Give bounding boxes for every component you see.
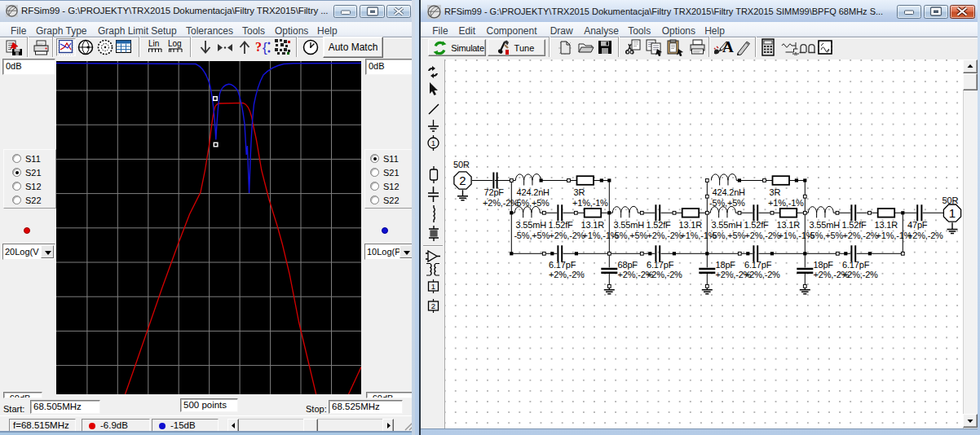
- svg-text:13.1R: 13.1R: [777, 220, 801, 230]
- svg-text:A: A: [722, 39, 734, 55]
- svg-text:3.55mH: 3.55mH: [614, 220, 645, 230]
- svg-text:-5%,+5%: -5%,+5%: [709, 198, 745, 208]
- svg-text:50R: 50R: [453, 160, 470, 169]
- svg-text:Lin: Lin: [148, 39, 159, 48]
- svg-text:-5%,+5%: -5%,+5%: [709, 231, 745, 240]
- svg-text:1.52fF: 1.52fF: [744, 220, 770, 230]
- svg-text:+2%,-2%: +2%,-2%: [549, 270, 585, 279]
- svg-text:1: 1: [949, 206, 956, 220]
- svg-text:3.55mH: 3.55mH: [712, 220, 743, 230]
- svg-text:{: {: [263, 40, 267, 55]
- svg-text:+2%,-2%: +2%,-2%: [814, 270, 850, 279]
- svg-text:1: 1: [431, 282, 435, 291]
- svg-text:6.17pF: 6.17pF: [842, 260, 870, 270]
- svg-text:18pF: 18pF: [814, 260, 834, 270]
- svg-text:72pF: 72pF: [484, 187, 505, 197]
- svg-text:2: 2: [459, 174, 466, 187]
- svg-text:?: ?: [255, 40, 262, 54]
- svg-text:+2%,-2%: +2%,-2%: [647, 231, 683, 240]
- svg-text:+1%,-1%: +1%,-1%: [876, 231, 912, 240]
- svg-text:1.52fF: 1.52fF: [842, 220, 867, 230]
- svg-text:+1%,-1%: +1%,-1%: [768, 198, 804, 208]
- svg-text:+2%,-2%: +2%,-2%: [618, 270, 654, 279]
- svg-text:47pF: 47pF: [907, 220, 928, 230]
- svg-text:Log: Log: [168, 39, 182, 48]
- svg-text:+2%,-2%: +2%,-2%: [745, 231, 781, 240]
- svg-text:1.52fF: 1.52fF: [647, 220, 672, 230]
- svg-text:18pF: 18pF: [716, 260, 736, 270]
- svg-text:-5%,+5%: -5%,+5%: [611, 231, 647, 240]
- svg-text:-5%,+5%: -5%,+5%: [514, 231, 550, 240]
- svg-text:13.1R: 13.1R: [679, 220, 703, 230]
- svg-text:1: 1: [431, 139, 435, 147]
- svg-text:2: 2: [431, 301, 435, 310]
- svg-text:424.2nH: 424.2nH: [517, 187, 550, 197]
- svg-text:+2%,-2%: +2%,-2%: [907, 231, 943, 240]
- svg-text:1.52fF: 1.52fF: [549, 220, 574, 230]
- svg-text:50R: 50R: [942, 196, 959, 205]
- svg-text:68pF: 68pF: [618, 260, 638, 270]
- svg-text:424.2nH: 424.2nH: [713, 187, 746, 197]
- svg-text:+2%,-2%: +2%,-2%: [550, 231, 585, 240]
- svg-text:+1%,-1%: +1%,-1%: [572, 198, 608, 208]
- svg-text:-5%,+5%: -5%,+5%: [807, 231, 843, 240]
- svg-text:3.55mH: 3.55mH: [810, 220, 841, 230]
- svg-text:-5%,+5%: -5%,+5%: [514, 198, 550, 208]
- svg-text:6.17pF: 6.17pF: [647, 260, 674, 270]
- svg-text:+2%,-2%: +2%,-2%: [716, 270, 752, 279]
- svg-text:6.17pF: 6.17pF: [744, 260, 772, 270]
- svg-text:+2%,-2%: +2%,-2%: [843, 231, 879, 240]
- svg-text:13.1R: 13.1R: [875, 220, 898, 230]
- svg-text:6.17pF: 6.17pF: [549, 260, 576, 270]
- svg-text:3.55mH: 3.55mH: [516, 220, 547, 230]
- svg-text:3R: 3R: [574, 187, 585, 197]
- svg-text:13.1R: 13.1R: [581, 220, 605, 230]
- svg-text:3R: 3R: [770, 187, 781, 197]
